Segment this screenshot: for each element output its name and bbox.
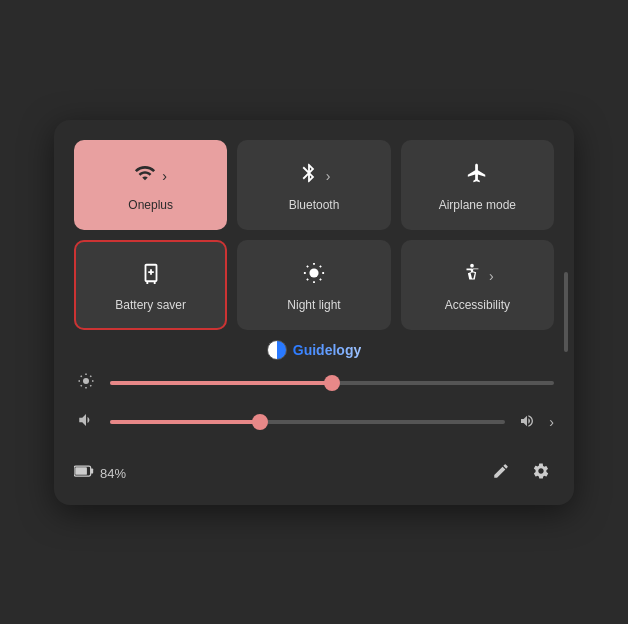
bluetooth-icon	[298, 162, 320, 190]
bluetooth-arrow: ›	[326, 168, 331, 184]
tile-battery-saver[interactable]: Battery saver	[74, 240, 227, 330]
tile-accessibility-top: ›	[461, 262, 494, 290]
tile-accessibility[interactable]: › Accessibility	[401, 240, 554, 330]
night-light-icon	[303, 262, 325, 290]
brightness-track[interactable]	[110, 381, 554, 385]
brightness-thumb[interactable]	[324, 375, 340, 391]
battery-icon	[74, 464, 94, 482]
tile-night-light-label: Night light	[287, 298, 340, 312]
bottom-bar: 84%	[74, 450, 554, 489]
tile-battery-saver-label: Battery saver	[115, 298, 186, 312]
tile-bluetooth-label: Bluetooth	[289, 198, 340, 212]
airplane-icon	[466, 162, 488, 190]
tile-night-light-top	[303, 262, 325, 290]
volume-fill	[110, 420, 260, 424]
tile-airplane-top	[466, 162, 488, 190]
svg-point-0	[309, 268, 318, 277]
tile-airplane-label: Airplane mode	[439, 198, 516, 212]
quick-settings-panel: › Oneplus › Bluetooth	[54, 120, 574, 505]
quick-actions-grid: › Oneplus › Bluetooth	[74, 140, 554, 330]
branding-logo	[267, 340, 287, 360]
svg-rect-5	[75, 467, 87, 475]
scrollbar[interactable]	[564, 272, 568, 352]
tile-oneplus-top: ›	[134, 162, 167, 190]
brightness-slider-row	[74, 372, 554, 395]
sliders-section: Guidelogy	[74, 340, 554, 434]
branding-text: Guidelogy	[293, 342, 361, 358]
volume-icon	[74, 411, 98, 434]
tile-airplane[interactable]: Airplane mode	[401, 140, 554, 230]
brightness-icon	[74, 372, 98, 395]
edit-button[interactable]	[488, 458, 514, 489]
svg-point-1	[470, 263, 474, 267]
tile-accessibility-label: Accessibility	[445, 298, 510, 312]
volume-thumb[interactable]	[252, 414, 268, 430]
bottom-actions	[488, 458, 554, 489]
svg-point-2	[83, 378, 89, 384]
settings-button[interactable]	[528, 458, 554, 489]
tile-bluetooth-top: ›	[298, 162, 331, 190]
battery-saver-icon	[140, 262, 162, 290]
battery-info: 84%	[74, 464, 126, 482]
wifi-icon	[134, 162, 156, 190]
volume-expand-arrow[interactable]: ›	[549, 414, 554, 430]
branding-row: Guidelogy	[74, 340, 554, 360]
svg-rect-4	[91, 469, 94, 474]
volume-track[interactable]	[110, 420, 505, 424]
volume-settings-icon	[517, 413, 537, 432]
tile-oneplus-label: Oneplus	[128, 198, 173, 212]
battery-percent: 84%	[100, 466, 126, 481]
brightness-fill	[110, 381, 332, 385]
accessibility-arrow: ›	[489, 268, 494, 284]
tile-oneplus[interactable]: › Oneplus	[74, 140, 227, 230]
tile-night-light[interactable]: Night light	[237, 240, 390, 330]
tile-bluetooth[interactable]: › Bluetooth	[237, 140, 390, 230]
volume-slider-row: ›	[74, 411, 554, 434]
accessibility-icon	[461, 262, 483, 290]
oneplus-arrow: ›	[162, 168, 167, 184]
tile-battery-saver-top	[140, 262, 162, 290]
